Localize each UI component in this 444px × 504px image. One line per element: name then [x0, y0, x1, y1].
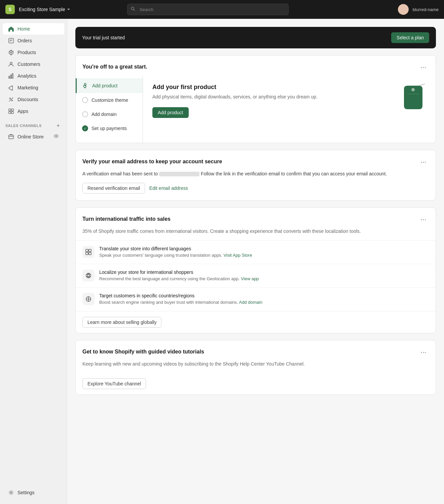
add-product-action-button[interactable]: Add product	[152, 107, 189, 118]
svg-rect-4	[12, 74, 13, 78]
settings-section: Settings	[0, 487, 67, 499]
international-card-footer: Learn more about selling globally	[76, 311, 436, 333]
search-icon	[131, 6, 135, 12]
sidebar-item-apps[interactable]: Apps	[3, 106, 64, 117]
online-store-icon	[8, 134, 14, 140]
target-title: Target customers in specific countries/r…	[99, 293, 429, 298]
eye-icon[interactable]	[53, 133, 59, 140]
sidebar-label-orders: Orders	[17, 38, 32, 43]
sidebar-label-marketing: Marketing	[17, 85, 38, 90]
svg-rect-7	[9, 109, 11, 111]
step-set-up-payments[interactable]: ✓ Set up payments	[76, 121, 143, 135]
store-name-label[interactable]: Exciting Store Sample	[19, 7, 71, 12]
international-description: 35% of Shopify store traffic comes from …	[76, 228, 436, 240]
sidebar-item-orders[interactable]: Orders	[3, 35, 64, 46]
step-add-product[interactable]: Add product	[76, 78, 143, 93]
sidebar-label-products: Products	[17, 50, 36, 55]
sidebar-item-products[interactable]: Products	[3, 47, 64, 58]
search-input[interactable]	[127, 4, 289, 15]
getting-started-more-button[interactable]: ···	[418, 62, 429, 72]
youtube-more-button[interactable]: ···	[418, 347, 429, 356]
add-domain-link[interactable]: Add domain	[239, 300, 262, 305]
learn-more-selling-globally-button[interactable]: Learn more about selling globally	[82, 317, 161, 328]
trial-banner: Your trial just started Select a plan	[75, 27, 436, 48]
resend-verification-button[interactable]: Resend verification email	[82, 183, 145, 194]
sidebar-item-discounts[interactable]: Discounts	[3, 94, 64, 105]
product-tag-illustration	[401, 82, 428, 109]
svg-rect-2	[9, 76, 10, 78]
translate-title: Translate your store into different lang…	[99, 246, 429, 251]
svg-rect-0	[9, 38, 13, 43]
email-verification-text: A verification email has been sent to Fo…	[82, 170, 429, 177]
search-bar[interactable]	[127, 4, 289, 15]
sidebar-label-analytics: Analytics	[17, 73, 36, 79]
email-verification-more-button[interactable]: ···	[418, 157, 429, 166]
svg-rect-18	[89, 249, 91, 252]
target-icon	[82, 293, 95, 305]
edit-email-link[interactable]: Edit email address	[149, 185, 188, 191]
discounts-icon	[8, 96, 14, 102]
online-store-left: Online Store	[8, 134, 44, 140]
sidebar-item-online-store[interactable]: Online Store	[3, 131, 64, 142]
sidebar-label-discounts: Discounts	[17, 97, 38, 102]
svg-line-15	[419, 84, 425, 86]
home-icon	[8, 26, 14, 32]
sales-channels-header: SALES CHANNELS +	[0, 120, 67, 130]
sidebar-item-analytics[interactable]: Analytics	[3, 70, 64, 82]
sidebar-item-settings[interactable]: Settings	[3, 487, 64, 498]
sales-channels-label: SALES CHANNELS	[5, 124, 42, 128]
youtube-description: Keep learning with new and upcoming vide…	[76, 361, 436, 373]
step-add-domain[interactable]: Add domain	[76, 107, 143, 121]
store-logo: S	[5, 5, 15, 14]
getting-started-card: You're off to a great start. ··· Add pro…	[75, 55, 436, 143]
translate-desc: Speak your customers' language using tru…	[99, 252, 429, 258]
products-icon	[8, 49, 14, 55]
svg-rect-20	[89, 252, 91, 255]
add-product-icon	[82, 82, 89, 89]
steps-list: Add product Customize theme Add domain ✓…	[76, 76, 143, 143]
target-text: Target customers in specific countries/r…	[99, 293, 429, 305]
international-more-button[interactable]: ···	[418, 214, 429, 224]
svg-point-14	[10, 492, 12, 494]
top-header: S Exciting Store Sample blurred-name	[0, 0, 444, 19]
localize-desc: Recommend the best language and currency…	[99, 276, 429, 282]
youtube-card: Get to know Shopify with guided video tu…	[75, 340, 436, 395]
explore-youtube-channel-button[interactable]: Explore YouTube channel	[82, 378, 146, 389]
svg-rect-8	[11, 109, 13, 111]
svg-point-16	[411, 88, 415, 91]
target-desc: Boost search engine ranking and buyer tr…	[99, 299, 429, 305]
step-check-payments: ✓	[82, 125, 88, 131]
add-channel-button[interactable]: +	[55, 122, 62, 129]
sidebar-item-marketing[interactable]: Marketing	[3, 82, 64, 93]
getting-started-title: You're off to a great start.	[82, 64, 147, 70]
svg-point-21	[86, 273, 91, 278]
international-items-list: Translate your store into different lang…	[76, 240, 436, 311]
svg-point-1	[10, 62, 12, 64]
marketing-icon	[8, 85, 14, 91]
intl-item-translate: Translate your store into different lang…	[76, 241, 436, 264]
visit-app-store-link[interactable]: Visit App Store	[224, 253, 252, 258]
sidebar: Home Orders Products Customers	[0, 19, 67, 504]
step-customize-theme[interactable]: Customize theme	[76, 93, 143, 107]
getting-started-card-header: You're off to a great start. ···	[76, 55, 436, 76]
settings-icon	[8, 490, 14, 496]
svg-point-12	[54, 135, 58, 137]
step-add-product-label: Add product	[92, 83, 118, 88]
step-domain-label: Add domain	[91, 112, 117, 117]
international-traffic-title: Turn international traffic into sales	[82, 216, 171, 222]
svg-rect-11	[9, 135, 13, 139]
translate-icon	[82, 246, 95, 258]
translate-text: Translate your store into different lang…	[99, 246, 429, 258]
step-circle-customize	[82, 97, 88, 103]
svg-point-5	[10, 98, 11, 99]
avatar	[398, 4, 409, 15]
sidebar-label-settings: Settings	[17, 490, 35, 495]
sidebar-item-home[interactable]: Home	[3, 23, 64, 35]
view-app-link[interactable]: View app	[241, 276, 259, 281]
select-plan-button[interactable]: Select a plan	[391, 32, 429, 43]
active-step-title: Add your first product	[152, 84, 426, 91]
email-verification-title: Verify your email address to keep your a…	[82, 159, 222, 165]
youtube-card-footer: Explore YouTube channel	[76, 373, 436, 394]
sidebar-label-apps: Apps	[17, 109, 28, 114]
sidebar-item-customers[interactable]: Customers	[3, 58, 64, 70]
